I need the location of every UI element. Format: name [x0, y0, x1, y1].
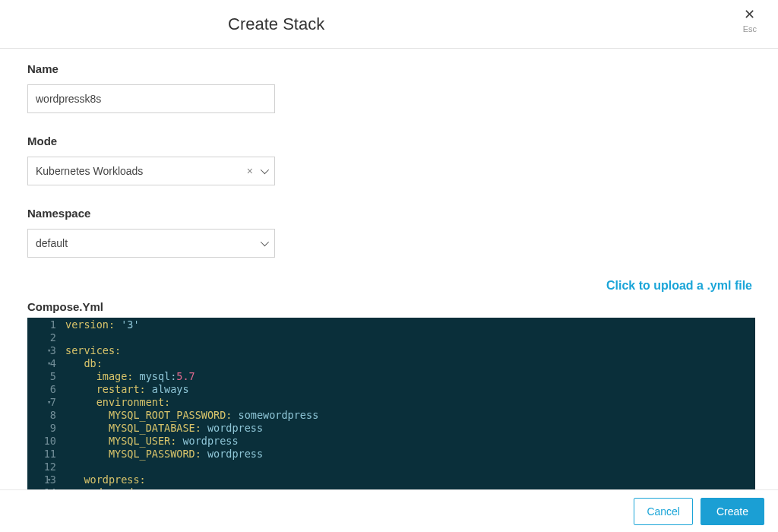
mode-field-group: Mode Kubernetes Workloads × — [27, 135, 755, 185]
cancel-button[interactable]: Cancel — [634, 498, 693, 525]
namespace-field-group: Namespace default — [27, 207, 755, 258]
mode-label: Mode — [27, 135, 755, 147]
compose-yml-label: Compose.Yml — [27, 300, 755, 313]
compose-yml-editor[interactable]: 123▾4▾567▾8910111213▾14▾15 version: '3's… — [27, 318, 755, 489]
modal-title: Create Stack — [228, 14, 324, 34]
name-label: Name — [27, 62, 755, 75]
namespace-select[interactable]: default — [27, 229, 275, 258]
mode-select[interactable]: Kubernetes Workloads × — [27, 157, 275, 185]
modal-body: Name Mode Kubernetes Workloads × Namespa… — [0, 49, 778, 489]
name-input[interactable] — [27, 84, 275, 113]
clear-icon[interactable]: × — [247, 165, 253, 177]
close-esc-label: Esc — [743, 24, 757, 33]
chevron-down-icon — [261, 166, 269, 174]
name-field-group: Name — [27, 62, 755, 113]
namespace-select-value: default — [36, 237, 261, 249]
chevron-down-icon — [261, 238, 269, 246]
namespace-label: Namespace — [27, 207, 755, 220]
close-icon: ✕ — [743, 8, 757, 21]
modal-footer: Cancel Create — [0, 489, 778, 532]
modal-header: Create Stack ✕ Esc — [0, 0, 778, 49]
editor-gutter: 123▾4▾567▾8910111213▾14▾15 — [27, 318, 61, 489]
create-button[interactable]: Create — [701, 498, 764, 525]
mode-select-value: Kubernetes Workloads — [36, 165, 247, 177]
upload-yml-link[interactable]: Click to upload a .yml file — [27, 279, 752, 293]
editor-code[interactable]: version: '3'services: db: image: mysql:5… — [61, 318, 318, 489]
close-button[interactable]: ✕ Esc — [743, 8, 757, 33]
